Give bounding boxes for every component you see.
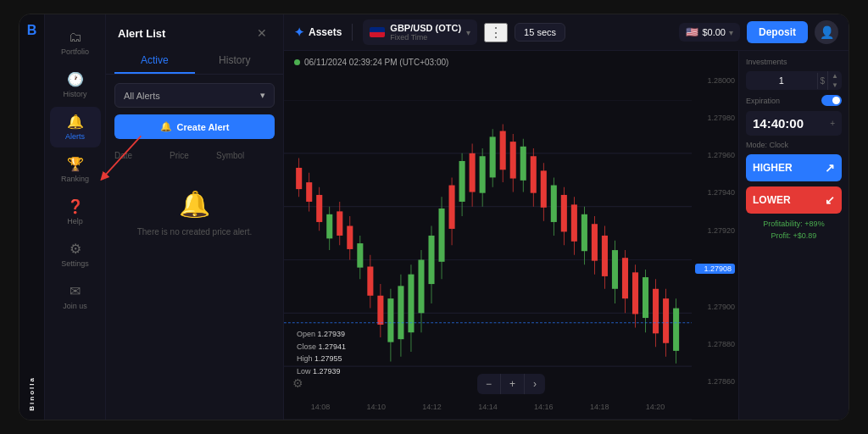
ohlc-open: Open 1.27939 [297, 328, 346, 340]
svg-rect-20 [347, 226, 353, 249]
user-avatar[interactable]: 👤 [815, 20, 838, 44]
svg-rect-78 [643, 277, 648, 318]
chart-area: 06/11/2024 02:39:24 PM (UTC+03:00) [284, 51, 849, 420]
sidebar-item-ranking[interactable]: 🏆 Ranking [50, 149, 101, 190]
time-label-1: 14:08 [311, 403, 331, 411]
alert-close-button[interactable]: ✕ [253, 25, 271, 42]
svg-rect-62 [561, 195, 567, 231]
chart-wrapper: 06/11/2024 02:39:24 PM (UTC+03:00) [284, 51, 738, 420]
chart-timestamp: 06/11/2024 02:39:24 PM (UTC+03:00) [294, 58, 448, 67]
svg-rect-40 [449, 186, 455, 229]
alert-panel-title: Alert List [118, 27, 165, 40]
sidebar-item-portfolio[interactable]: 🗂 Portfolio [50, 23, 101, 63]
svg-rect-36 [428, 236, 434, 284]
assets-label: Assets [309, 26, 342, 38]
chevron-down-icon: ▾ [260, 90, 265, 101]
brand-logo: B [27, 23, 37, 38]
sidebar-item-alerts[interactable]: 🔔 Alerts [50, 107, 101, 147]
svg-rect-66 [581, 214, 587, 251]
timestamp-text: 06/11/2024 02:39:24 PM (UTC+03:00) [304, 58, 448, 67]
higher-arrow-icon: ↗ [825, 161, 835, 175]
price-label-3: 1.27960 [695, 151, 735, 159]
ohlc-low-val: 1.27939 [313, 367, 341, 376]
alert-filter-dropdown[interactable]: All Alerts ▾ [114, 83, 275, 108]
ohlc-high-val: 1.27955 [314, 354, 342, 363]
alert-filter-label: All Alerts [124, 91, 160, 101]
svg-rect-30 [398, 286, 403, 339]
app-wrapper: B Binolla 🗂 Portfolio 🕐 History 🔔 Alerts… [19, 14, 849, 420]
scroll-right-button[interactable]: › [525, 374, 545, 394]
profitability-text: Profitability: +89% [746, 219, 842, 231]
price-label-4: 1.27940 [695, 188, 735, 197]
chart-settings-icon[interactable]: ⚙ [292, 376, 303, 390]
svg-rect-76 [632, 272, 638, 314]
alert-tab-active[interactable]: Active [114, 48, 195, 74]
mode-label: Mode: Clock [746, 141, 842, 149]
svg-rect-14 [316, 195, 322, 222]
asset-info: GBP/USD (OTC) Fixed Time [390, 23, 461, 42]
col-symbol: Symbol [216, 151, 275, 160]
higher-label: HIGHER [753, 162, 793, 174]
lower-arrow-icon: ↙ [825, 193, 835, 207]
zoom-out-button[interactable]: − [477, 374, 501, 394]
sidebar-label-help: Help [67, 217, 83, 225]
col-price: Price [170, 151, 208, 160]
history-icon: 🕐 [67, 71, 84, 87]
sidebar-item-settings[interactable]: ⚙ Settings [50, 234, 101, 275]
assets-button[interactable]: ✦ Assets [294, 25, 342, 39]
ranking-icon: 🏆 [67, 156, 84, 172]
flag-icon [370, 27, 385, 37]
balance-chevron-icon: ▾ [729, 28, 733, 37]
svg-rect-46 [480, 156, 486, 192]
main-content: ✦ Assets GBP/USD (OTC) Fixed Time ▾ ⋮ 15… [284, 14, 849, 420]
expiration-time: 14:40:00 [753, 116, 804, 131]
alert-empty-icon: 🔔 [179, 189, 210, 219]
brand-name: Binolla [28, 376, 36, 411]
svg-rect-32 [408, 275, 414, 333]
svg-rect-74 [622, 258, 628, 298]
alert-empty-text: There is no created price alert. [137, 227, 253, 236]
zoom-in-button[interactable]: + [501, 374, 525, 394]
sidebar-label-joinus: Join us [63, 302, 87, 310]
higher-button[interactable]: HIGHER ↗ [746, 154, 842, 181]
chart-controls: − + › [477, 374, 545, 394]
more-options-button[interactable]: ⋮ [484, 23, 508, 42]
svg-rect-12 [306, 182, 312, 202]
balance-value: $0.00 [702, 27, 726, 37]
sidebar-item-history[interactable]: 🕐 History [50, 64, 101, 105]
topbar-divider [352, 24, 353, 41]
right-panel: Investments 1 $ ▲ ▼ Expiration 14:40:00 … [738, 51, 849, 420]
deposit-button[interactable]: Deposit [747, 21, 808, 43]
time-label-2: 14:10 [367, 403, 387, 411]
svg-rect-50 [500, 131, 506, 170]
time-label-4: 14:14 [478, 403, 498, 411]
time-display: 14:40:00 + [746, 111, 842, 136]
price-label-8: 1.27860 [695, 377, 735, 386]
time-axis: 14:08 14:10 14:12 14:14 14:16 14:18 14:2… [284, 394, 692, 420]
alert-tab-history[interactable]: History [195, 48, 275, 74]
time-adjust-button[interactable]: + [830, 119, 835, 128]
svg-rect-52 [510, 142, 516, 178]
expiration-toggle[interactable] [821, 95, 842, 106]
alert-panel-header: Alert List ✕ [106, 14, 283, 48]
portfolio-icon: 🗂 [69, 30, 82, 45]
ohlc-close: Close 1.27941 [297, 341, 346, 353]
sidebar-item-joinus[interactable]: ✉ Join us [50, 276, 101, 317]
top-bar: ✦ Assets GBP/USD (OTC) Fixed Time ▾ ⋮ 15… [284, 14, 849, 51]
price-labels: 1.28000 1.27980 1.27960 1.27940 1.27920 … [692, 76, 738, 386]
price-label-2: 1.27980 [695, 114, 735, 122]
ohlc-box: Open 1.27939 Close 1.27941 High 1.27955 … [297, 328, 346, 377]
investment-decrease-button[interactable]: ▼ [828, 81, 842, 90]
balance-area[interactable]: 🇺🇸 $0.00 ▾ [679, 23, 740, 42]
investment-increase-button[interactable]: ▲ [828, 71, 842, 81]
asset-selector[interactable]: GBP/USD (OTC) Fixed Time ▾ [363, 19, 477, 45]
create-alert-button[interactable]: 🔔 Create Alert [114, 114, 275, 139]
create-alert-label: Create Alert [177, 122, 230, 132]
svg-rect-84 [673, 309, 679, 351]
sidebar-item-help[interactable]: ❓ Help [50, 192, 101, 232]
alerts-icon: 🔔 [67, 114, 84, 130]
svg-rect-38 [438, 209, 444, 262]
lower-button[interactable]: LOWER ↙ [746, 186, 842, 214]
time-selector[interactable]: 15 secs [515, 23, 565, 42]
help-icon: ❓ [67, 198, 84, 214]
